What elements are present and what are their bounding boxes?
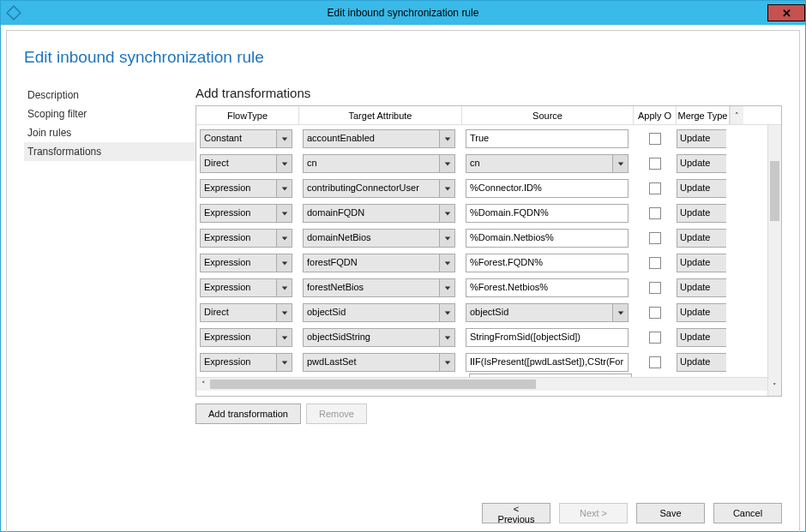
apply-once-checkbox[interactable] xyxy=(649,282,661,294)
sidebar-item-description[interactable]: Description xyxy=(24,86,195,105)
table-row: ExpressiondomainNetBios%Domain.Netbios%U… xyxy=(196,224,781,249)
svg-marker-6 xyxy=(281,187,286,190)
column-header-apply[interactable]: Apply O xyxy=(634,106,677,124)
sidebar-item-scoping-filter[interactable]: Scoping filter xyxy=(24,105,195,123)
flowtype-select[interactable]: Expression xyxy=(200,204,292,223)
merge-type-select[interactable]: Update xyxy=(677,154,726,173)
merge-type-select[interactable]: Update xyxy=(677,129,726,148)
source-input[interactable]: %Domain.Netbios% xyxy=(466,229,629,248)
target-attribute-select[interactable]: objectSidString xyxy=(303,328,455,347)
target-attribute-select[interactable]: pwdLastSet xyxy=(303,353,455,372)
svg-marker-15 xyxy=(444,286,449,290)
chevron-down-icon xyxy=(277,129,292,148)
source-input[interactable]: True xyxy=(466,129,629,148)
svg-marker-20 xyxy=(444,336,449,339)
vertical-scrollbar-thumb[interactable] xyxy=(770,161,779,221)
source-input[interactable]: IIF(IsPresent([msExchRecipientTyp xyxy=(469,374,632,377)
horizontal-scrollbar-thumb[interactable] xyxy=(210,380,536,389)
horizontal-scrollbar-track[interactable] xyxy=(210,378,767,391)
merge-type-select[interactable]: Update xyxy=(677,179,726,198)
merge-type-select[interactable]: Update xyxy=(677,278,726,297)
target-attribute-value: cn xyxy=(303,154,440,173)
flowtype-select[interactable]: Expression xyxy=(200,278,292,297)
content: Description Scoping filter Join rules Tr… xyxy=(24,86,782,523)
svg-marker-5 xyxy=(617,162,623,165)
target-attribute-select[interactable]: domainNetBios xyxy=(303,229,455,248)
chevron-down-icon xyxy=(277,278,292,297)
chevron-down-icon xyxy=(440,204,455,223)
target-attribute-value: contributingConnectorUser xyxy=(303,179,440,198)
flowtype-select[interactable]: Direct xyxy=(200,303,292,322)
merge-type-select[interactable]: Update xyxy=(677,353,726,372)
source-input[interactable]: IIF(IsPresent([pwdLastSet]),CStr(For xyxy=(466,353,629,372)
flowtype-value: Direct xyxy=(200,303,277,322)
flowtype-select[interactable]: Expression xyxy=(200,179,292,198)
target-attribute-select[interactable]: domainFQDN xyxy=(303,204,455,223)
target-attribute-select[interactable]: objectSid xyxy=(303,303,455,322)
target-attribute-select[interactable]: forestFQDN xyxy=(303,254,455,272)
source-select[interactable]: objectSid xyxy=(466,303,629,322)
target-attribute-value: objectSid xyxy=(303,303,440,322)
flowtype-value: Expression xyxy=(200,204,277,223)
sidebar-item-join-rules[interactable]: Join rules xyxy=(24,123,195,142)
target-attribute-select[interactable]: cn xyxy=(303,154,455,173)
sidebar: Description Scoping filter Join rules Tr… xyxy=(24,86,195,523)
chevron-down-icon: ˅ xyxy=(773,382,777,391)
column-header-merge[interactable]: Merge Type xyxy=(677,106,730,124)
flowtype-select[interactable]: Expression xyxy=(200,353,292,372)
apply-once-checkbox[interactable] xyxy=(649,133,661,145)
footer: < Previous Next > Save Cancel xyxy=(195,491,782,523)
previous-button[interactable]: < Previous xyxy=(482,503,550,523)
flowtype-value: Expression xyxy=(200,179,277,198)
chevron-down-icon xyxy=(440,179,455,198)
horizontal-scrollbar[interactable]: ˂ ˃ xyxy=(196,377,781,391)
apply-once-checkbox[interactable] xyxy=(649,307,661,319)
apply-once-checkbox[interactable] xyxy=(649,232,661,244)
chevron-down-icon xyxy=(440,129,455,148)
svg-marker-3 xyxy=(281,162,286,165)
source-input[interactable]: %Forest.FQDN% xyxy=(466,254,629,272)
flowtype-select[interactable]: Expression xyxy=(200,328,292,347)
save-button[interactable]: Save xyxy=(636,503,705,523)
scroll-down-button[interactable]: ˅ xyxy=(767,377,781,396)
column-header-flowtype[interactable]: FlowType xyxy=(196,106,299,124)
close-button[interactable]: ✕ xyxy=(767,4,805,21)
column-header-target[interactable]: Target Attribute xyxy=(299,106,462,124)
flowtype-select[interactable]: Expression xyxy=(200,229,292,248)
scroll-left-button[interactable]: ˂ xyxy=(196,378,210,391)
source-input[interactable]: %Connector.ID% xyxy=(466,179,629,198)
apply-once-checkbox[interactable] xyxy=(649,356,661,368)
target-attribute-select[interactable]: forestNetBios xyxy=(303,278,455,297)
merge-type-select[interactable]: Update xyxy=(677,328,726,347)
apply-once-checkbox[interactable] xyxy=(649,332,661,344)
flowtype-select[interactable]: Direct xyxy=(200,154,292,173)
chevron-down-icon xyxy=(277,254,292,272)
scroll-up-button[interactable]: ˄ xyxy=(730,106,743,124)
source-input[interactable]: %Domain.FQDN% xyxy=(466,204,629,223)
source-input[interactable]: StringFromSid([objectSid]) xyxy=(466,328,629,347)
sidebar-item-transformations[interactable]: Transformations xyxy=(24,142,195,161)
merge-type-select[interactable]: Update xyxy=(677,229,726,248)
vertical-scrollbar[interactable] xyxy=(767,125,781,377)
chevron-down-icon xyxy=(440,229,455,248)
apply-once-checkbox[interactable] xyxy=(649,207,661,219)
merge-type-select[interactable]: Update xyxy=(677,254,726,272)
table-row: ExpressionobjectSidStringStringFromSid([… xyxy=(196,324,781,349)
apply-once-checkbox[interactable] xyxy=(649,257,661,269)
cancel-button[interactable]: Cancel xyxy=(713,503,782,523)
apply-once-checkbox[interactable] xyxy=(649,182,661,194)
table-row: ConstantaccountEnabledTrueUpdate xyxy=(196,125,781,150)
chevron-down-icon xyxy=(440,353,455,372)
source-select[interactable]: cn xyxy=(466,154,629,173)
column-header-source[interactable]: Source xyxy=(462,106,634,124)
add-transformation-button[interactable]: Add transformation xyxy=(195,403,301,424)
source-input[interactable]: %Forest.Netbios% xyxy=(466,278,629,297)
target-attribute-select[interactable]: contributingConnectorUser xyxy=(303,179,455,198)
apply-once-checkbox[interactable] xyxy=(649,158,661,170)
flowtype-select[interactable]: Expression xyxy=(200,254,292,272)
merge-type-select[interactable]: Update xyxy=(677,204,726,223)
flowtype-select[interactable]: Constant xyxy=(200,129,292,148)
merge-type-select[interactable]: Update xyxy=(677,303,726,322)
svg-marker-21 xyxy=(281,361,286,364)
target-attribute-select[interactable]: accountEnabled xyxy=(303,129,455,148)
